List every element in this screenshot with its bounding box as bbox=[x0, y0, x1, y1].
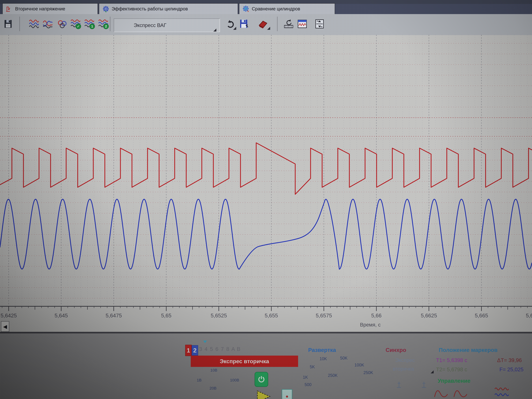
channel-tab-B[interactable]: B bbox=[236, 346, 241, 352]
x-tick-label: 5,6575 bbox=[310, 312, 338, 319]
tab-label: Вторичное напряжение bbox=[15, 6, 65, 12]
dropdown-arrow-icon bbox=[267, 27, 270, 30]
dropdown-arrow-icon bbox=[233, 27, 236, 30]
x-tick-label: 5,6475 bbox=[100, 312, 127, 319]
channel-tab-6[interactable]: 6 bbox=[214, 346, 220, 352]
x-tick-label: 5,6425 bbox=[0, 312, 23, 319]
waveforms-1-icon[interactable]: 1 bbox=[83, 18, 95, 30]
waveforms-check-icon[interactable]: ✓ bbox=[70, 18, 82, 30]
markers-section-title: Положение маркеров bbox=[439, 347, 498, 353]
waveforms-loop-icon[interactable] bbox=[56, 18, 68, 30]
tab-label: Сравнение цилиндров bbox=[252, 6, 300, 12]
one-badge: 1 bbox=[89, 24, 95, 29]
preset-dropdown[interactable]: Экспресс ВАГ bbox=[114, 19, 220, 32]
dial-option-20В[interactable]: 20В bbox=[209, 386, 217, 390]
x-tick-label: 5,6675 bbox=[520, 312, 532, 319]
sync-section-title: Синхро bbox=[386, 347, 406, 353]
x-axis bbox=[0, 306, 532, 332]
sweep-section-title: Развертка bbox=[308, 347, 336, 353]
control-panel: 1 2 345678AB Экспрес вторичка Развертка … bbox=[0, 333, 532, 399]
channel-play-button[interactable] bbox=[255, 390, 272, 399]
sync-source-line2[interactable]: вторичка bbox=[393, 366, 414, 372]
dial-option-50K[interactable]: 50K bbox=[340, 356, 348, 361]
toolbar-separator bbox=[277, 17, 278, 31]
channel-tab-4[interactable]: 4 bbox=[203, 346, 209, 352]
oscilloscope-plot[interactable] bbox=[0, 35, 532, 306]
dial-option-1K[interactable]: 1K bbox=[303, 375, 308, 380]
series-sine bbox=[0, 199, 532, 269]
dual-wave-button[interactable] bbox=[494, 386, 517, 399]
dropdown-arrow-icon bbox=[213, 29, 216, 32]
channel-tab-7[interactable]: 7 bbox=[220, 346, 225, 352]
sine-wave-button[interactable] bbox=[453, 388, 470, 399]
tab-label: Эффективность работы цилиндров bbox=[112, 6, 188, 12]
toolbar-separator bbox=[110, 17, 110, 31]
record-button[interactable] bbox=[282, 389, 292, 399]
waveforms-all-icon[interactable] bbox=[28, 18, 40, 30]
scroll-left-arrow-icon: ◀ bbox=[3, 324, 7, 329]
x-tick-label: 5,665 bbox=[468, 312, 495, 319]
tab-bar: Вторичное напряжение Эффективность работ… bbox=[0, 0, 532, 14]
toolbar-separator bbox=[19, 17, 20, 31]
fit-vertical-icon[interactable] bbox=[314, 18, 326, 30]
marker-f-value: F= 25,025 bbox=[500, 366, 523, 373]
dial-option-250K[interactable]: 250K bbox=[328, 373, 338, 378]
sine-wave-button[interactable] bbox=[434, 388, 451, 399]
sync-dropdown-arrow-icon[interactable] bbox=[431, 370, 434, 373]
marker-pin-icon[interactable] bbox=[420, 381, 428, 389]
channel-tab-8[interactable]: 8 bbox=[225, 346, 230, 352]
check-badge: ✓ bbox=[76, 24, 81, 29]
application-window: Вторичное напряжение Эффективность работ… bbox=[0, 0, 532, 399]
dial-option-5K[interactable]: 5K bbox=[310, 364, 315, 369]
x-tick-label: 5,66 bbox=[362, 312, 390, 319]
marker-dt-value: ΔT= 39,96 bbox=[497, 357, 522, 363]
sync-source-line1[interactable]: Экспрес bbox=[395, 357, 415, 363]
series-ignition bbox=[0, 143, 532, 194]
marker-pin-icon[interactable] bbox=[395, 381, 403, 389]
eraser-icon[interactable] bbox=[255, 18, 270, 30]
x-tick-label: 5,65 bbox=[152, 312, 180, 319]
panel-divider bbox=[0, 332, 532, 333]
record-dot-icon bbox=[286, 396, 288, 398]
channel-marker-icon bbox=[203, 340, 207, 344]
dial-option-500[interactable]: 500 bbox=[304, 382, 311, 387]
channel-power-button[interactable] bbox=[254, 372, 268, 387]
x-tick-label: 5,655 bbox=[257, 312, 285, 319]
ignition-waveform-icon bbox=[6, 5, 13, 13]
dial-option-10K[interactable]: 10K bbox=[320, 356, 327, 361]
control-section-title: Управление bbox=[438, 378, 470, 384]
waveforms-overlay-icon[interactable] bbox=[42, 18, 54, 30]
x-tick-label: 5,6525 bbox=[205, 312, 233, 319]
two-badge: 2 bbox=[103, 24, 109, 29]
x-tick-label: 5,6625 bbox=[415, 312, 443, 319]
power-icon bbox=[257, 375, 266, 383]
dial-option-100K[interactable]: 100K bbox=[355, 363, 364, 367]
dial-option-100В[interactable]: 100В bbox=[230, 378, 239, 382]
dial-option-10В[interactable]: 10В bbox=[210, 368, 217, 373]
save-icon[interactable] bbox=[2, 18, 14, 30]
tab-cylinder-comparison[interactable]: Сравнение цилиндров bbox=[239, 3, 335, 14]
channel-tab-1[interactable]: 1 bbox=[185, 345, 192, 356]
main-toolbar: ✓ 1 2 Экспресс ВАГ bbox=[0, 14, 532, 36]
save-as-icon[interactable] bbox=[238, 18, 250, 30]
undo-icon[interactable] bbox=[225, 18, 237, 30]
dial-option-1В[interactable]: 1В bbox=[197, 378, 202, 382]
channel-tab-2[interactable]: 2 bbox=[192, 345, 198, 356]
preset-value: Экспресс ВАГ bbox=[134, 22, 166, 28]
channel-tab-3[interactable]: 3 bbox=[198, 346, 203, 352]
x-tick-label: 5,645 bbox=[47, 312, 75, 319]
waveforms-2-icon[interactable]: 2 bbox=[97, 18, 109, 30]
scroll-left-button[interactable]: ◀ bbox=[1, 321, 9, 332]
channel-tab-5[interactable]: 5 bbox=[209, 346, 214, 352]
refresh-ruler-icon[interactable] bbox=[283, 18, 295, 30]
tab-cylinder-efficiency[interactable]: Эффективность работы цилиндров bbox=[99, 3, 238, 14]
channel-mode-banner[interactable]: Экспрес вторичка bbox=[191, 356, 298, 367]
waveform-window-icon[interactable] bbox=[296, 18, 308, 30]
play-icon bbox=[255, 390, 272, 399]
x-axis-title: Время, с bbox=[360, 322, 381, 328]
tab-secondary-voltage[interactable]: Вторичное напряжение bbox=[2, 3, 98, 14]
channel-tab-A[interactable]: A bbox=[230, 346, 236, 352]
dial-option-250K[interactable]: 250K bbox=[363, 370, 373, 375]
gear-blue-icon bbox=[102, 5, 110, 13]
marker-t1-value: T1= 5,6398 с bbox=[436, 357, 467, 363]
